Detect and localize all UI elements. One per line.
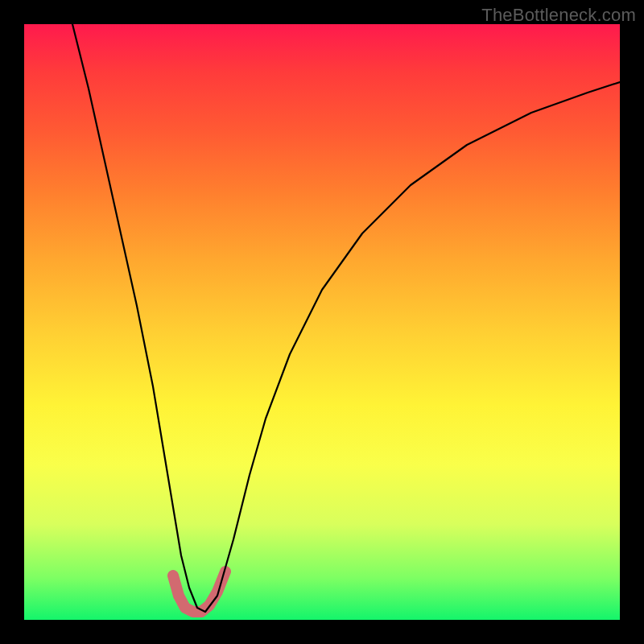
plot-area xyxy=(24,24,620,620)
watermark-text: TheBottleneck.com xyxy=(481,5,636,26)
bottleneck-curve-path xyxy=(72,24,620,612)
chart-svg xyxy=(24,24,620,620)
chart-container: TheBottleneck.com xyxy=(0,0,644,644)
bottom-highlight-path xyxy=(173,572,225,612)
